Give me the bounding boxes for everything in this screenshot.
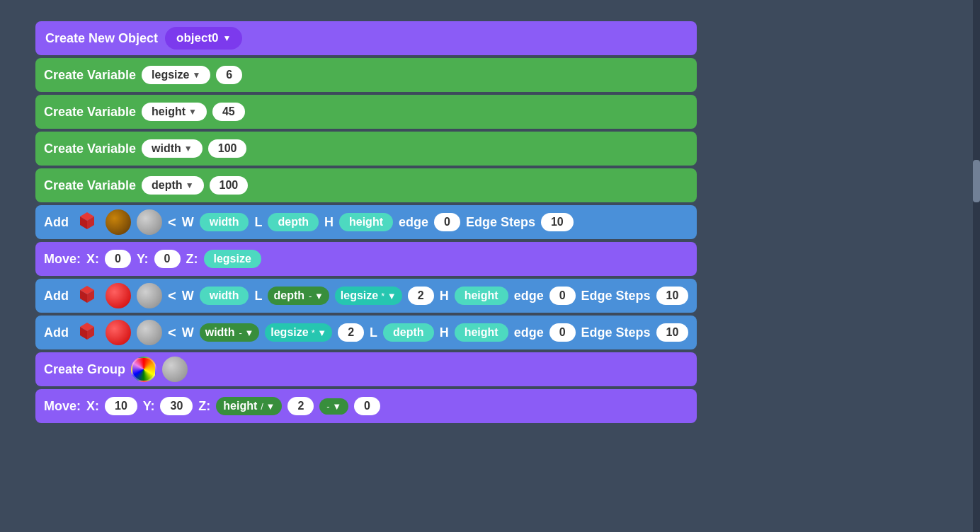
width-pill-2[interactable]: width — [200, 287, 249, 305]
rainbow-circle — [131, 357, 156, 382]
gray-circle-1 — [137, 209, 162, 235]
less-than-1: < — [168, 214, 176, 231]
w-label-2: W — [182, 289, 194, 303]
brown-circle-1 — [106, 209, 131, 235]
height-value[interactable]: 45 — [212, 103, 245, 121]
mult-caret-icon-2: * ▼ — [381, 291, 397, 301]
less-than-3: < — [168, 325, 176, 341]
legsize-val-2: legsize — [341, 289, 378, 302]
height-var-name: height — [152, 105, 186, 118]
create-variable-label-4: Create Variable — [44, 178, 136, 193]
width-pill-1[interactable]: width — [200, 213, 249, 231]
create-group-row: Create Group — [35, 352, 697, 386]
legsize-val-3: legsize — [270, 326, 308, 339]
width-minus-group[interactable]: width - ▼ — [200, 323, 260, 342]
depth-minus-legsize-group[interactable]: depth - ▼ — [268, 287, 329, 305]
z-legsize-dropdown[interactable]: legsize — [204, 250, 261, 268]
steps-val-2[interactable]: 10 — [656, 287, 689, 305]
y-val-2[interactable]: 30 — [160, 397, 193, 415]
mult-caret-3: * ▼ — [312, 328, 327, 338]
red-circle-3 — [106, 320, 131, 345]
move2-row: Move: X: 10 Y: 30 Z: height / ▼ 2 - ▼ 0 — [35, 389, 697, 423]
create-variable-legsize-row: Create Variable legsize ▼ 6 — [35, 58, 697, 92]
z-label-2: Z: — [198, 399, 210, 414]
add3-row: Add < W width - ▼ legsize * ▼ 2 L depth … — [35, 316, 697, 349]
scrollbar[interactable] — [973, 0, 980, 532]
move2-label: Move: — [44, 399, 81, 414]
object0-dropdown[interactable]: object0 ▼ — [165, 27, 242, 50]
create-variable-label-3: Create Variable — [44, 141, 136, 156]
width-dropdown[interactable]: width ▼ — [142, 139, 203, 158]
width-value[interactable]: 100 — [208, 139, 247, 158]
height-pill-3[interactable]: height — [455, 323, 508, 342]
x-val-1[interactable]: 0 — [105, 250, 131, 268]
create-variable-height-row: Create Variable height ▼ 45 — [35, 95, 697, 129]
add2-label: Add — [44, 289, 69, 303]
h-label-3: H — [440, 325, 449, 340]
add3-label: Add — [44, 325, 69, 340]
cube-icon-1 — [74, 209, 100, 235]
scrollbar-thumb[interactable] — [973, 160, 980, 202]
width-caret-icon: ▼ — [184, 144, 193, 154]
add2-row: Add < W width L depth - ▼ legsize * ▼ 2 … — [35, 279, 697, 313]
move1-label: Move: — [44, 252, 81, 267]
w-label-3: W — [182, 325, 194, 340]
height-pill-1[interactable]: height — [339, 213, 393, 231]
depth-pill-1[interactable]: depth — [268, 213, 319, 231]
legsize-value[interactable]: 6 — [216, 66, 242, 84]
create-variable-width-row: Create Variable width ▼ 100 — [35, 132, 697, 166]
add1-label: Add — [44, 215, 69, 230]
height-pill-2[interactable]: height — [455, 287, 508, 305]
create-new-object-row: Create New Object object0 ▼ — [35, 21, 697, 55]
legsize-mult-group-3[interactable]: legsize * ▼ — [265, 323, 332, 342]
edge-val-3[interactable]: 0 — [549, 323, 576, 342]
y-label-2: Y: — [143, 399, 155, 414]
depth-val-2: depth — [273, 289, 304, 302]
legsize-var-name: legsize — [152, 69, 189, 81]
legsize-mult-group[interactable]: legsize * ▼ — [335, 287, 402, 305]
l-label-1: L — [254, 215, 262, 230]
edge-label-2: edge — [514, 289, 544, 303]
minus-val-move2[interactable]: 0 — [354, 397, 380, 415]
minus-caret-move2: - ▼ — [326, 401, 341, 412]
depth-value[interactable]: 100 — [210, 176, 249, 195]
create-variable-depth-row: Create Variable depth ▼ 100 — [35, 168, 697, 202]
minus-caret-icon-2: - ▼ — [309, 291, 324, 301]
legsize-caret-icon: ▼ — [192, 70, 200, 80]
width-val-3: width — [205, 326, 235, 339]
mult-val-3[interactable]: 2 — [338, 323, 364, 342]
y-val-1[interactable]: 0 — [154, 250, 181, 268]
less-than-2: < — [168, 288, 176, 304]
mult-val-2[interactable]: 2 — [408, 287, 434, 305]
minus-group-move2[interactable]: - ▼ — [319, 398, 348, 415]
create-variable-label-2: Create Variable — [44, 105, 136, 120]
depth-dropdown[interactable]: depth ▼ — [142, 176, 203, 195]
steps-val-1[interactable]: 10 — [541, 213, 574, 231]
edge-val-2[interactable]: 0 — [549, 287, 576, 305]
object0-value: object0 — [176, 31, 219, 45]
steps-val-3[interactable]: 10 — [656, 323, 689, 342]
height-dropdown[interactable]: height ▼ — [142, 103, 207, 121]
div-caret-move2: / ▼ — [261, 401, 275, 412]
legsize-dropdown[interactable]: legsize ▼ — [142, 66, 210, 84]
depth-caret-icon: ▼ — [186, 180, 194, 190]
add1-row: Add < W width L depth H height edge 0 Ed… — [35, 205, 697, 239]
create-variable-label-1: Create Variable — [44, 68, 136, 83]
create-object-label: Create New Object — [45, 31, 158, 46]
depth-pill-3[interactable]: depth — [383, 323, 434, 342]
l-label-3: L — [370, 325, 377, 340]
create-group-label: Create Group — [44, 362, 125, 377]
x-val-2[interactable]: 10 — [105, 397, 137, 415]
x-label-2: X: — [86, 399, 99, 414]
gray-circle-group — [162, 357, 188, 382]
edge-val-1[interactable]: 0 — [434, 213, 460, 231]
height-div-group[interactable]: height / ▼ — [216, 397, 282, 415]
blocks-container: Create New Object object0 ▼ Create Varia… — [35, 21, 697, 423]
steps-label-1: Edge Steps — [466, 215, 535, 230]
gray-circle-2 — [137, 283, 162, 308]
z-legsize-val: legsize — [214, 253, 251, 265]
div-val-move2[interactable]: 2 — [287, 397, 314, 415]
red-circle-2 — [106, 283, 131, 308]
cube-icon-3 — [74, 320, 100, 345]
w-label-1: W — [182, 215, 194, 230]
